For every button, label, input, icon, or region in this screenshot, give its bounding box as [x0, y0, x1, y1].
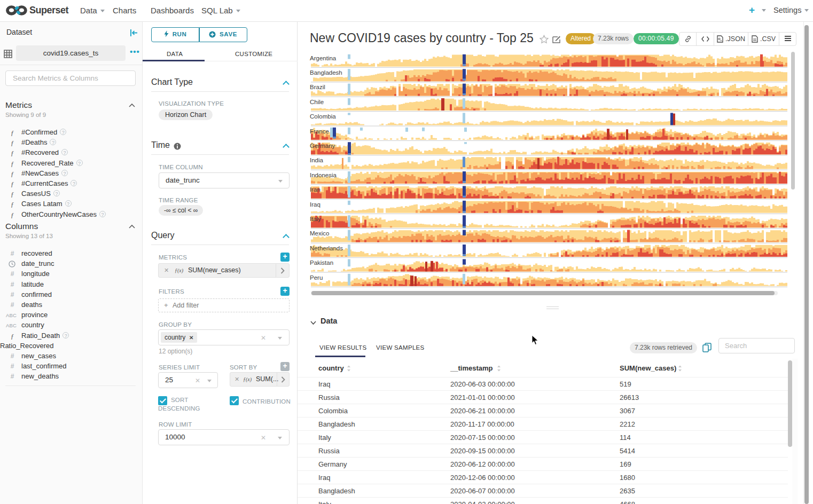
svg-text:Indonesia: Indonesia — [310, 172, 337, 178]
svg-text:Mexico: Mexico — [310, 230, 329, 237]
svg-text:Germany: Germany — [310, 143, 335, 149]
svg-text:Peru: Peru — [310, 274, 323, 281]
svg-text:Bangladesh: Bangladesh — [310, 69, 342, 76]
svg-text:France: France — [310, 128, 329, 135]
svg-text:Iraq: Iraq — [310, 201, 320, 208]
svg-text:India: India — [310, 157, 324, 163]
svg-text:Argentina: Argentina — [310, 55, 337, 61]
svg-text:Chile: Chile — [310, 99, 324, 105]
svg-text:Colombia: Colombia — [310, 113, 336, 120]
svg-text:Pakistan: Pakistan — [310, 259, 333, 266]
svg-text:Netherlands: Netherlands — [310, 245, 343, 251]
svg-text:Iran: Iran — [310, 186, 320, 193]
svg-text:Italy: Italy — [310, 216, 321, 222]
svg-text:Brazil: Brazil — [310, 84, 325, 90]
